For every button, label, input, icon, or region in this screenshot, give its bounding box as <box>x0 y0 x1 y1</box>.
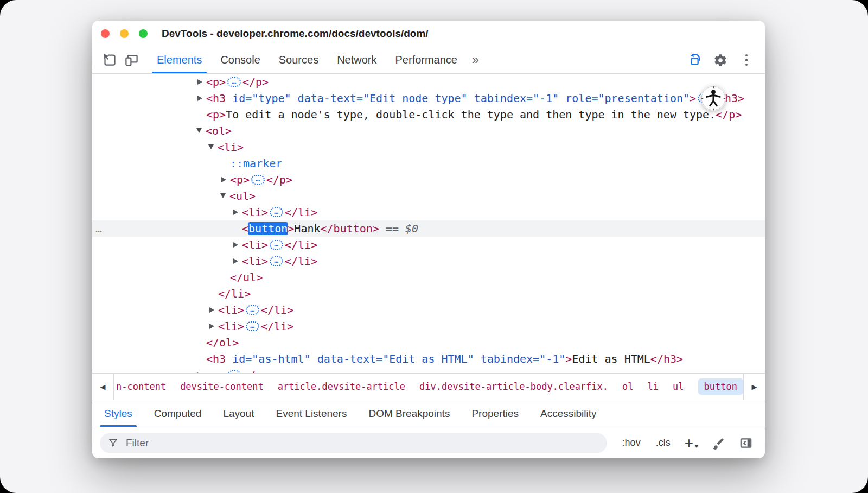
dom-tree-row-selected[interactable]: …<button>Hank</button> == $0 <box>92 220 765 237</box>
dom-tree-row[interactable]: <p>…</p> <box>92 172 765 188</box>
code-token-text: Hank <box>294 222 320 235</box>
tab-elements[interactable]: Elements <box>148 47 211 73</box>
window-title: DevTools - developer.chrome.com/docs/dev… <box>162 28 429 40</box>
refresh-devtools-button[interactable] <box>685 51 704 69</box>
more-tabs-button[interactable]: » <box>467 54 484 66</box>
dom-tree-row[interactable]: <h3 id="as-html" data-text="Edit as HTML… <box>92 351 765 367</box>
expand-arrow-icon[interactable] <box>233 258 238 264</box>
inline-expand-button[interactable]: … <box>246 305 259 315</box>
tab-performance[interactable]: Performance <box>386 47 467 73</box>
breadcrumb-scroll-left-button[interactable]: ◀ <box>92 374 114 400</box>
panel-tab-dom-breakpoints[interactable]: DOM Breakpoints <box>358 400 461 427</box>
accessibility-cursor-icon <box>701 86 726 111</box>
settings-button[interactable] <box>711 51 730 69</box>
dom-tree-row[interactable]: <li>…</li> <box>92 237 765 253</box>
inspect-element-icon <box>103 53 117 67</box>
tab-console[interactable]: Console <box>211 47 269 73</box>
breadcrumb-item-div-devsite-article-body-clearfix[interactable]: div.devsite-article-body.clearfix. <box>419 381 608 392</box>
panel-tab-styles[interactable]: Styles <box>93 400 143 427</box>
breadcrumb-item-li[interactable]: li <box>648 381 659 392</box>
expand-arrow-icon[interactable] <box>209 307 214 313</box>
panel-tab-layout[interactable]: Layout <box>212 400 265 427</box>
dom-tree-row[interactable]: </ul> <box>92 269 765 286</box>
tab-network[interactable]: Network <box>328 47 386 73</box>
dom-tree-row[interactable]: <h3 id="type" data-text="Edit node type"… <box>92 90 765 106</box>
row-actions-dots[interactable]: … <box>95 220 103 237</box>
inline-expand-button[interactable]: … <box>270 240 283 250</box>
dom-tree-row[interactable]: <ol> <box>92 123 765 139</box>
dom-tree-row[interactable]: <li>…</li> <box>92 204 765 220</box>
breadcrumb-item-ul[interactable]: ul <box>673 381 684 392</box>
close-window-button[interactable] <box>101 29 110 38</box>
code-token-sel[interactable]: button <box>248 222 288 235</box>
breadcrumb-item-ol[interactable]: ol <box>622 381 633 392</box>
code-token-val: "type" <box>252 92 291 105</box>
collapse-arrow-icon[interactable] <box>196 128 202 133</box>
window-titlebar: DevTools - developer.chrome.com/docs/dev… <box>92 21 765 47</box>
filter-field[interactable] <box>100 433 607 453</box>
expand-arrow-icon[interactable] <box>197 79 202 85</box>
menu-button[interactable] <box>737 51 756 69</box>
inline-expand-button[interactable]: … <box>270 207 283 217</box>
toggle-sidebar-button[interactable] <box>739 436 753 450</box>
filter-input[interactable] <box>125 437 599 450</box>
breadcrumb-item-button[interactable]: button <box>698 378 743 395</box>
panel-tab-properties[interactable]: Properties <box>461 400 529 427</box>
dom-tree-row[interactable]: ::marker <box>92 155 765 172</box>
dom-tree-row[interactable]: <li>…</li> <box>92 302 765 318</box>
sidebar-toggle-icon <box>739 436 753 450</box>
dom-tree-row[interactable]: <li>…</li> <box>92 318 765 334</box>
dom-tree-row[interactable]: <p>…</p> <box>92 74 765 90</box>
dom-tree-row[interactable]: </li> <box>92 286 765 302</box>
dom-tree-row[interactable]: <li> <box>92 139 765 155</box>
code-token-tag: <ol> <box>206 124 232 137</box>
filter-funnel-icon <box>107 437 119 448</box>
inline-expand-button[interactable]: … <box>251 175 265 185</box>
device-toolbar-button[interactable] <box>122 51 141 69</box>
inline-expand-button[interactable]: … <box>246 321 259 331</box>
paint-brush-icon <box>712 436 726 450</box>
panel-tab-accessibility[interactable]: Accessibility <box>529 400 607 427</box>
inspect-element-button[interactable] <box>100 51 119 69</box>
tab-sources[interactable]: Sources <box>270 47 328 73</box>
code-token-tag: </li> <box>285 238 317 251</box>
code-token-tag: </li> <box>285 206 317 219</box>
panel-tab-computed[interactable]: Computed <box>143 400 213 427</box>
expand-arrow-icon[interactable] <box>197 96 202 101</box>
dom-tree-row[interactable]: </ol> <box>92 334 765 351</box>
breadcrumb-item-n-content[interactable]: n-content <box>116 381 166 392</box>
expand-arrow-icon[interactable] <box>209 324 214 329</box>
paint-format-button[interactable] <box>712 436 726 450</box>
code-token-tag: <h3 <box>206 352 226 365</box>
minimize-window-button[interactable] <box>120 29 129 38</box>
dom-tree[interactable]: <p>…</p><h3 id="type" data-text="Edit no… <box>92 74 765 373</box>
panel-tab-event-listeners[interactable]: Event Listeners <box>265 400 358 427</box>
collapse-arrow-icon[interactable] <box>220 193 226 198</box>
dom-tree-row[interactable]: <p>…</p> <box>92 367 765 373</box>
new-style-rule-button[interactable]: + <box>685 437 699 449</box>
inline-expand-button[interactable]: … <box>227 77 241 87</box>
collapse-arrow-icon[interactable] <box>208 144 214 149</box>
breadcrumb-item-devsite-content[interactable]: devsite-content <box>180 381 264 392</box>
inline-expand-button[interactable]: … <box>270 256 283 266</box>
inline-expand-button[interactable]: … <box>227 370 241 373</box>
breadcrumb-bar: ◀ n-contentdevsite-contentarticle.devsit… <box>92 373 765 400</box>
dom-tree-row[interactable]: <li>…</li> <box>92 253 765 269</box>
code-token-tag: <ul> <box>229 189 256 203</box>
dom-tree-row[interactable]: <ul> <box>92 188 765 204</box>
code-token-tag: </h3> <box>650 352 683 365</box>
code-token-attr: id= <box>226 92 252 105</box>
expand-arrow-icon[interactable] <box>233 242 238 248</box>
expand-arrow-icon[interactable] <box>197 372 202 374</box>
toggle-element-state-button[interactable]: :hov <box>622 437 641 448</box>
expand-arrow-icon[interactable] <box>233 210 238 215</box>
breadcrumb-item-article-devsite-article[interactable]: article.devsite-article <box>278 381 405 392</box>
code-token-tag: <p> <box>206 75 226 89</box>
zoom-window-button[interactable] <box>139 29 148 38</box>
code-token-tag: h3> <box>725 92 744 105</box>
element-classes-button[interactable]: .cls <box>656 437 671 448</box>
code-token-tag: </li> <box>261 320 293 333</box>
dom-tree-row[interactable]: <p>To edit a node's type, double-click t… <box>92 106 765 123</box>
breadcrumb-scroll-right-button[interactable]: ▶ <box>743 374 765 400</box>
expand-arrow-icon[interactable] <box>221 177 226 182</box>
